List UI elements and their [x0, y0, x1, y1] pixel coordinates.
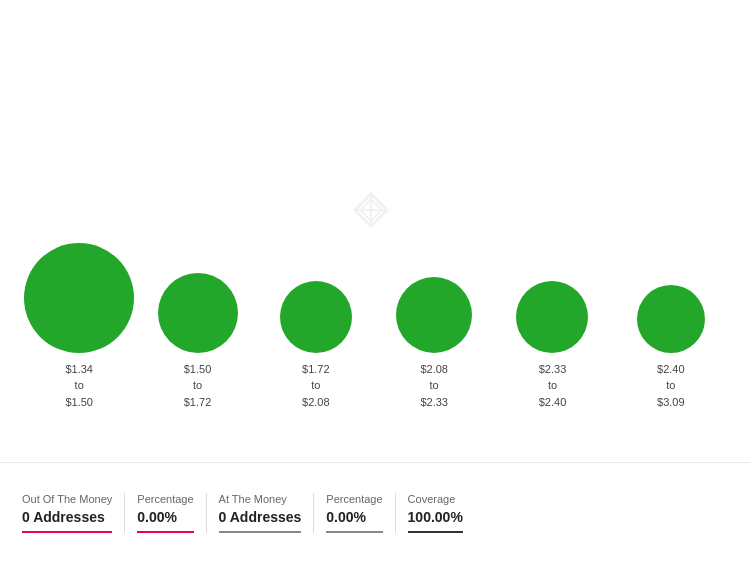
price-range-5: $2.40to$3.09	[657, 361, 685, 411]
bubble-0	[24, 243, 134, 353]
stat-underline-1	[137, 531, 193, 533]
stat-section-3: Percentage0.00%	[314, 493, 395, 533]
price-range-3: $2.08to$2.33	[420, 361, 448, 411]
bubble-3	[396, 277, 472, 353]
stat-underline-3	[326, 531, 382, 533]
stat-value-2: 0 Addresses	[219, 509, 302, 525]
bubble-col-0: $1.34to$1.50	[20, 243, 138, 411]
stat-value-0: 0 Addresses	[22, 509, 112, 525]
stat-section-1: Percentage0.00%	[125, 493, 206, 533]
bubble-2	[280, 281, 352, 353]
bubble-1	[158, 273, 238, 353]
stat-section-4: Coverage100.00%	[396, 493, 475, 533]
stat-value-1: 0.00%	[137, 509, 193, 525]
stat-label-4: Coverage	[408, 493, 463, 505]
stat-underline-0	[22, 531, 112, 533]
stat-underline-4	[408, 531, 463, 533]
bubbles-area: $1.34to$1.50$1.50to$1.72$1.72to$2.08$2.0…	[0, 0, 750, 420]
bubble-5	[637, 285, 705, 353]
bubble-col-2: $1.72to$2.08	[257, 281, 375, 411]
price-range-0: $1.34to$1.50	[65, 361, 93, 411]
watermark	[353, 192, 397, 228]
stat-section-0: Out Of The Money0 Addresses	[10, 493, 125, 533]
stat-value-3: 0.00%	[326, 509, 382, 525]
stats-bar: Out Of The Money0 AddressesPercentage0.0…	[0, 462, 750, 562]
stat-label-3: Percentage	[326, 493, 382, 505]
svg-marker-1	[360, 199, 382, 221]
price-range-1: $1.50to$1.72	[184, 361, 212, 411]
bubble-col-3: $2.08to$2.33	[375, 277, 493, 411]
price-range-4: $2.33to$2.40	[539, 361, 567, 411]
stat-label-0: Out Of The Money	[22, 493, 112, 505]
stat-label-2: At The Money	[219, 493, 302, 505]
stat-value-4: 100.00%	[408, 509, 463, 525]
svg-marker-0	[355, 194, 387, 226]
bubbles-row: $1.34to$1.50$1.50to$1.72$1.72to$2.08$2.0…	[0, 243, 750, 411]
bubble-col-4: $2.33to$2.40	[493, 281, 611, 411]
stat-label-1: Percentage	[137, 493, 193, 505]
chart-container: $1.34to$1.50$1.50to$1.72$1.72to$2.08$2.0…	[0, 0, 750, 562]
watermark-diamond-icon	[353, 192, 389, 228]
price-range-2: $1.72to$2.08	[302, 361, 330, 411]
stat-section-2: At The Money0 Addresses	[207, 493, 315, 533]
bubble-col-5: $2.40to$3.09	[612, 285, 730, 411]
stat-underline-2	[219, 531, 302, 533]
bubble-col-1: $1.50to$1.72	[138, 273, 256, 411]
bubble-4	[516, 281, 588, 353]
